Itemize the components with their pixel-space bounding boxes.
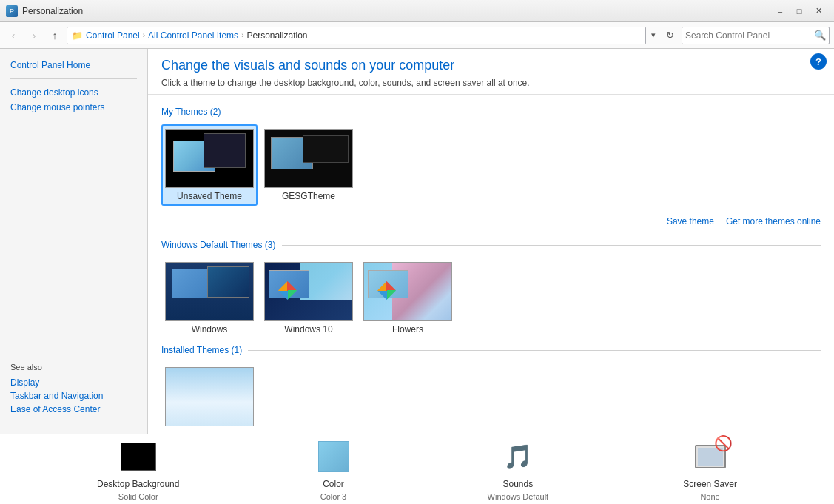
my-themes-title[interactable]: My Themes (2) [161, 107, 221, 117]
address-bar: ‹ › ↑ 📁 Control Panel › All Control Pane… [0, 22, 834, 49]
theme-unsaved[interactable]: Unsaved Theme [161, 124, 258, 206]
main-layout: Control Panel Home Change desktop icons … [0, 49, 834, 434]
path-current: Personalization [246, 30, 307, 41]
theme-windows10-thumbnail [264, 262, 353, 321]
my-themes-header: My Themes (2) [161, 107, 821, 117]
installed-themes-header: Installed Themes (1) [161, 345, 821, 355]
theme-unsaved-thumbnail [165, 129, 254, 188]
screen-saver-label: Screen Saver [683, 479, 737, 489]
theme-windows10-label: Windows 10 [284, 324, 332, 335]
address-path: 📁 Control Panel › All Control Panel Item… [67, 27, 646, 44]
get-more-link[interactable]: Get more themes online [726, 216, 821, 226]
title-bar: P Personalization – □ ✕ [0, 0, 834, 22]
help-button[interactable]: ? [810, 53, 827, 70]
theme-gesg-label: GESGTheme [282, 191, 335, 201]
screen-saver-icon: 🚫 [691, 437, 730, 476]
refresh-button[interactable]: ↻ [661, 27, 679, 44]
content-header: Change the visuals and sounds on your co… [148, 49, 834, 95]
windows-default-header: Windows Default Themes (3) [161, 240, 821, 250]
sounds-label: Sounds [503, 479, 534, 489]
see-also-title: See also [10, 363, 137, 372]
screen-saver-sublabel: None [700, 492, 719, 501]
installed-themes-line [248, 350, 821, 351]
installed-themes-title[interactable]: Installed Themes (1) [161, 345, 242, 355]
theme-gesg-thumbnail: GESG Fonts [264, 129, 353, 188]
search-box: 🔍 [682, 27, 830, 44]
theme-windows[interactable]: Windows [161, 258, 258, 339]
title-bar-controls: – □ ✕ [770, 4, 828, 19]
desktop-bg-preview [121, 443, 156, 471]
sidebar-item-ease-of-access[interactable]: Ease of Access Center [10, 403, 137, 416]
theme-windows10[interactable]: Windows 10 [260, 258, 357, 339]
title-bar-left: P Personalization [6, 5, 83, 17]
desktop-background-label: Desktop Background [97, 479, 179, 489]
search-input[interactable] [685, 30, 814, 41]
content-title: Change the visuals and sounds on your co… [161, 58, 821, 73]
my-themes-line [226, 112, 821, 112]
theme-windows-thumbnail [165, 262, 254, 321]
maximize-button[interactable]: □ [790, 4, 809, 19]
my-themes-grid: Unsaved Theme GESG Fonts GESGTheme [161, 124, 821, 206]
theme-windows-label: Windows [192, 324, 228, 335]
sidebar-item-control-panel-home[interactable]: Control Panel Home [0, 58, 147, 73]
theme-flowers-label: Flowers [392, 324, 423, 335]
path-all-items[interactable]: All Control Panel Items [148, 30, 238, 41]
bottom-item-sounds[interactable]: 🎵 Sounds Windows Default [479, 433, 558, 504]
windows-default-grid: Windows Windows 10 [161, 258, 821, 339]
sounds-emoji: 🎵 [503, 443, 533, 471]
save-theme-link[interactable]: Save theme [667, 216, 714, 226]
sidebar: Control Panel Home Change desktop icons … [0, 49, 148, 434]
content: Change the visuals and sounds on your co… [148, 49, 834, 434]
sidebar-divider-1 [10, 78, 137, 79]
color-preview [318, 441, 349, 472]
color-icon [315, 437, 353, 476]
installed-themes-grid [161, 363, 821, 434]
windows-default-title[interactable]: Windows Default Themes (3) [161, 240, 276, 250]
color-label: Color [323, 479, 344, 489]
app-icon: P [6, 5, 18, 17]
bottom-item-screen-saver[interactable]: 🚫 Screen Saver None [674, 433, 746, 504]
save-row: Save theme Get more themes online [161, 212, 821, 234]
sidebar-item-change-desktop-icons[interactable]: Change desktop icons [0, 85, 147, 100]
search-icon: 🔍 [814, 30, 826, 41]
back-button[interactable]: ‹ [4, 27, 22, 44]
path-folder-icon: 📁 [72, 30, 83, 41]
themes-scroll-inner: My Themes (2) Unsaved Theme GESG Fonts [148, 95, 834, 434]
bottom-bar: Desktop Background Solid Color Color Col… [0, 434, 834, 504]
sounds-sublabel: Windows Default [488, 492, 549, 501]
sidebar-item-taskbar[interactable]: Taskbar and Navigation [10, 389, 137, 403]
path-sep-2: › [241, 31, 243, 39]
theme-installed-thumbnail [165, 367, 254, 426]
theme-flowers[interactable]: Flowers [360, 258, 456, 339]
sidebar-item-display[interactable]: Display [10, 376, 137, 389]
theme-gesg[interactable]: GESG Fonts GESGTheme [260, 124, 357, 206]
content-wrapper: Change the visuals and sounds on your co… [148, 49, 834, 434]
bottom-item-desktop-background[interactable]: Desktop Background Solid Color [88, 433, 188, 504]
minimize-button[interactable]: – [770, 4, 790, 19]
theme-unsaved-label: Unsaved Theme [177, 191, 242, 201]
theme-flowers-thumbnail [363, 262, 452, 321]
content-subtitle: Click a theme to change the desktop back… [161, 78, 821, 88]
forward-button[interactable]: › [25, 27, 43, 44]
close-button[interactable]: ✕ [809, 4, 828, 19]
path-dropdown-button[interactable]: ▾ [649, 30, 658, 40]
see-also-section: See also Display Taskbar and Navigation … [0, 354, 147, 425]
desktop-background-icon [119, 437, 158, 476]
theme-gesg-text: GESG Fonts [320, 141, 346, 146]
desktop-background-sublabel: Solid Color [118, 492, 158, 501]
color-sublabel: Color 3 [320, 492, 346, 501]
path-control-panel[interactable]: Control Panel [86, 30, 140, 41]
path-sep-1: › [143, 31, 145, 39]
windows-default-line [282, 245, 821, 246]
up-button[interactable]: ↑ [46, 27, 64, 44]
sidebar-item-change-mouse-pointers[interactable]: Change mouse pointers [0, 100, 147, 115]
theme-installed-1[interactable] [161, 363, 258, 434]
bottom-item-color[interactable]: Color Color 3 [306, 433, 362, 504]
screen-saver-no-icon: 🚫 [714, 434, 733, 452]
window-title: Personalization [22, 6, 83, 16]
sounds-icon: 🎵 [499, 437, 537, 476]
themes-area[interactable]: My Themes (2) Unsaved Theme GESG Fonts [148, 95, 834, 434]
app-icon-letter: P [10, 7, 14, 15]
